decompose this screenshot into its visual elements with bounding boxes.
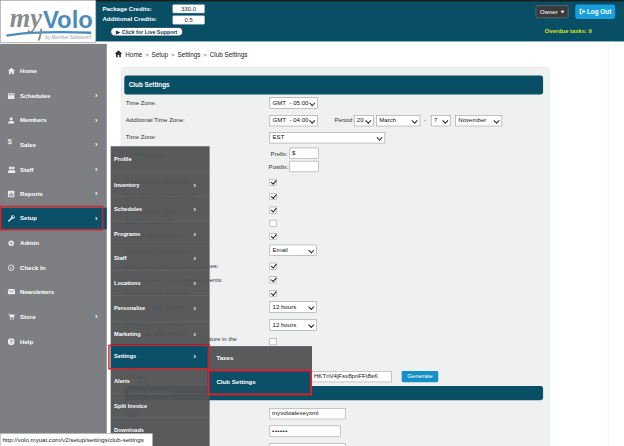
svg-text:?: ? bbox=[10, 340, 13, 345]
